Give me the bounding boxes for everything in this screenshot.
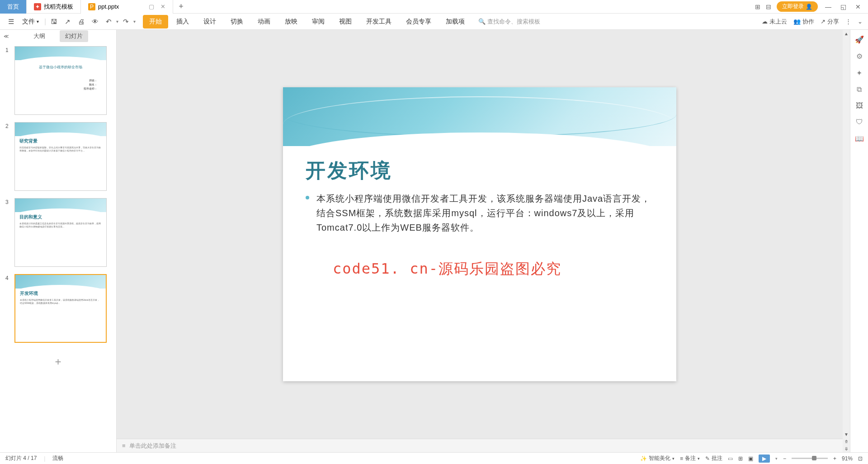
ribbon-tab-animation[interactable]: 动画 (251, 15, 277, 28)
close-button[interactable]: ✕ (854, 3, 863, 10)
thumbnail-4[interactable]: 开发环境 本系统小程序端使用微信开发者工具开发，该系统服务器端使用Java语言开… (14, 274, 107, 343)
notes-placeholder: 单击此处添加备注 (129, 442, 176, 450)
zoom-level[interactable]: 91% (842, 455, 853, 462)
chevron-down-icon[interactable]: ⌄ (858, 18, 863, 25)
slide-title: 开发环境 (306, 157, 392, 184)
cloud-button[interactable]: ☁未上云 (762, 18, 787, 26)
ribbon-tab-show[interactable]: 放映 (278, 15, 304, 28)
minimize-button[interactable]: — (823, 3, 833, 10)
thumbnail-1[interactable]: 基于微信小程序的研金市场 班级： 姓名： 指导老师： (14, 46, 107, 115)
ribbon-tab-insert[interactable]: 插入 (170, 15, 195, 28)
cloud-icon: ☁ (762, 18, 768, 25)
file-menu[interactable]: 文件▾ (19, 16, 42, 28)
toolbar: ☰ 文件▾ | 🖫 ↗ 🖨 👁 ↶ ▾ ↷ ▾ 开始 插入 设计 切换 动画 放… (0, 14, 868, 30)
image-icon[interactable]: 🖼 (856, 102, 863, 110)
zoom-slider[interactable] (792, 458, 828, 459)
ribbon-tabs: 开始 插入 设计 切换 动画 放映 审阅 视图 开发工具 会员专享 加载项 (143, 15, 471, 28)
comment-icon: ✎ (705, 455, 710, 462)
status-text: 流畅 (52, 455, 63, 462)
outline-tab[interactable]: 大纲 (28, 30, 51, 42)
next-slide-icon[interactable]: ⤋ (843, 445, 850, 452)
thumb-row: 1 基于微信小程序的研金市场 班级： 姓名： 指导老师： (5, 46, 111, 115)
maximize-button[interactable]: ◱ (839, 3, 848, 10)
add-tab-button[interactable]: + (173, 2, 189, 11)
undo-icon[interactable]: ↶ (103, 16, 114, 28)
search-icon: 🔍 (478, 18, 486, 25)
tab-template[interactable]: ✦ 找稻壳模板 (27, 0, 81, 14)
ribbon-tab-design[interactable]: 设计 (197, 15, 222, 28)
preview-icon[interactable]: 👁 (89, 16, 101, 27)
slide-counter: 幻灯片 4 / 17 (5, 455, 37, 462)
collapse-icon[interactable]: ≪ (4, 33, 9, 39)
collab-icon: 👥 (793, 18, 801, 25)
thumb-row: 4 开发环境 本系统小程序端使用微信开发者工具开发，该系统服务器端使用Java语… (5, 274, 111, 343)
save-icon[interactable]: 🖫 (48, 16, 60, 27)
more-icon[interactable]: ⋮ (845, 18, 851, 25)
titlebar: 首页 ✦ 找稻壳模板 P ppt.pptx ▢ ✕ + ⊞ ⊟ 立即登录 👤 —… (0, 0, 868, 14)
beautify-button[interactable]: ✨智能美化▾ (640, 455, 675, 462)
thumb-num: 3 (5, 198, 11, 267)
slide-background (283, 87, 676, 146)
scroll-up-icon[interactable]: ▲ (843, 30, 850, 37)
zoom-out-button[interactable]: − (783, 455, 786, 462)
ribbon-tab-addon[interactable]: 加载项 (439, 15, 471, 28)
bullet-icon (306, 196, 309, 199)
thumbnail-3[interactable]: 目的和意义 本系统设计目的是建立信息化的学生学习资源共享系统，提高学生学习效率，… (14, 198, 107, 267)
apps-icon[interactable]: ⊟ (766, 3, 771, 10)
add-slide-button[interactable]: + (55, 355, 61, 368)
current-slide[interactable]: 开发环境 本系统小程序端使用微信开发者工具开发，该系统服务器端使用Java语言开… (283, 87, 676, 381)
normal-view-icon[interactable]: ▭ (728, 455, 733, 462)
bullet-item: 本系统小程序端使用微信开发者工具开发，该系统服务器端使用Java语言开发，结合S… (306, 191, 654, 235)
comments-button[interactable]: ✎批注 (705, 455, 722, 462)
export-icon[interactable]: ↗ (62, 16, 73, 28)
tab-home[interactable]: 首页 (0, 0, 27, 14)
thumb-num: 4 (5, 274, 11, 343)
settings-icon[interactable]: ⚙ (856, 52, 863, 61)
wand-icon: ✨ (640, 455, 647, 462)
ribbon-tab-review[interactable]: 审阅 (306, 15, 331, 28)
notes-button[interactable]: ≡备注▾ (680, 455, 700, 462)
redo-icon[interactable]: ↷ (120, 16, 132, 28)
shield-icon[interactable]: 🛡 (856, 118, 863, 126)
ribbon-tab-start[interactable]: 开始 (143, 15, 168, 28)
statusbar: 幻灯片 4 / 17 | 流畅 ✨智能美化▾ ≡备注▾ ✎批注 ▭ ⊞ ▣ ▶ … (0, 452, 868, 464)
ribbon-tab-dev[interactable]: 开发工具 (360, 15, 398, 28)
present-icon[interactable]: ▢ (149, 3, 154, 10)
docer-icon: ✦ (34, 3, 41, 10)
notes-bar[interactable]: ≡ 单击此处添加备注 (117, 439, 843, 452)
close-icon[interactable]: ✕ (160, 3, 165, 10)
scroll-down-icon[interactable]: ▼ (843, 431, 850, 438)
sorter-view-icon[interactable]: ⊞ (738, 455, 743, 462)
copy-icon[interactable]: ⧉ (857, 85, 862, 94)
sidepanel-header: ≪ 大纲 幻灯片 (0, 30, 116, 43)
collab-button[interactable]: 👥协作 (793, 18, 814, 26)
tab-ppt-file[interactable]: P ppt.pptx ▢ ✕ (81, 0, 173, 14)
play-button[interactable]: ▶ (759, 455, 770, 463)
menu-icon[interactable]: ☰ (5, 16, 17, 28)
rocket-icon[interactable]: 🚀 (855, 35, 864, 44)
notes-icon: ≡ (680, 455, 683, 462)
zoom-in-button[interactable]: + (833, 455, 836, 462)
reading-view-icon[interactable]: ▣ (748, 455, 753, 462)
ribbon-tab-member[interactable]: 会员专享 (400, 15, 438, 28)
ppt-icon: P (88, 3, 95, 10)
prev-slide-icon[interactable]: ⤊ (843, 438, 850, 445)
toolbar-right: ☁未上云 👥协作 ↗分享 ⋮ ⌄ (762, 18, 863, 26)
search-box[interactable]: 🔍 查找命令、搜索模板 (478, 18, 540, 26)
sparkle-icon[interactable]: ✦ (856, 69, 862, 77)
login-button[interactable]: 立即登录 👤 (777, 1, 818, 12)
thumbnail-2[interactable]: 研究背景 目前高校学习内容较多较散，学生之间大量学习资源无法共享，导致大学生学习… (14, 122, 107, 191)
ribbon-tab-transition[interactable]: 切换 (224, 15, 250, 28)
fit-icon[interactable]: ⊡ (858, 455, 863, 462)
slides-tab[interactable]: 幻灯片 (60, 30, 88, 42)
share-button[interactable]: ↗分享 (821, 18, 839, 26)
watermark: code51. cn-源码乐园盗图必究 (333, 259, 561, 279)
thumb-row: 2 研究背景 目前高校学习内容较多较散，学生之间大量学习资源无法共享，导致大学生… (5, 122, 111, 191)
book-icon[interactable]: 📖 (855, 134, 864, 143)
layout-icon[interactable]: ⊞ (755, 3, 760, 10)
print-icon[interactable]: 🖨 (75, 16, 87, 27)
vertical-scrollbar[interactable]: ▲ ▼ ⤊ ⤋ (843, 30, 850, 452)
ribbon-tab-view[interactable]: 视图 (333, 15, 358, 28)
slide-panel: ≪ 大纲 幻灯片 1 基于微信小程序的研金市场 班级： 姓名： 指导老师： 2 (0, 30, 117, 452)
content-area: ≪ 大纲 幻灯片 1 基于微信小程序的研金市场 班级： 姓名： 指导老师： 2 (0, 30, 868, 452)
